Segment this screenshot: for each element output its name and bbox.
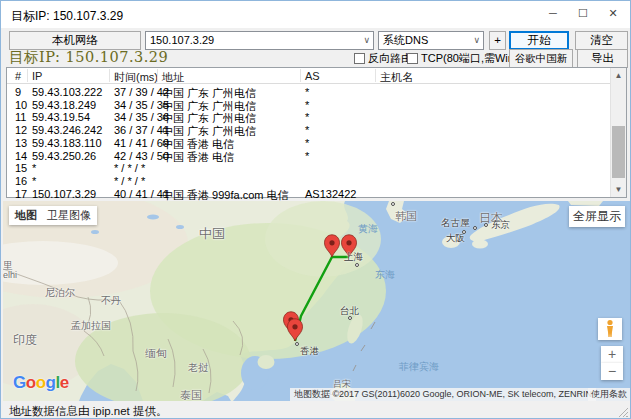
close-button[interactable]: ✕ [598,1,628,26]
cell-ip: 59.43.18.249 [32,99,96,111]
scroll-down-icon[interactable]: ▼ [611,182,626,197]
scroll-up-icon[interactable]: ▲ [611,68,626,83]
reverse-route-checkbox[interactable]: 反向路由 [354,52,412,65]
col-time[interactable]: 时间(ms) [114,70,158,85]
cell-ip: * [32,162,36,174]
cell-ip: 59.43.103.222 [32,86,102,98]
cell-hop: 13 [15,137,27,149]
cell-time: 37 / 39 / 42 [114,86,169,98]
target-ip-label: 目标IP: 150.107.3.29 [9,48,168,67]
google-logo-letter: G [13,373,26,392]
google-logo-letter: o [26,373,36,392]
reverse-route-label: 反向路由 [368,52,412,64]
cell-hop: 14 [15,150,27,162]
col-ip[interactable]: IP [32,70,42,82]
map-panel[interactable]: 中国韩国日本里elhi尼泊尔不丹印度孟加拉国缅甸老挝泰国吕宋Luzon黄海东海菲… [3,201,630,401]
table-row[interactable]: 1459.43.250.2642 / 43 / 50中国 香港 电信* [7,150,610,163]
dns-select[interactable]: 系统DNS ∨ [378,31,484,50]
window-title: 目标IP: 150.107.3.29 [11,8,123,25]
google-china-map-button[interactable]: 谷歌中国新地图 [509,49,573,68]
cell-ip: * [32,175,36,187]
status-text: 地址数据信息由 ipip.net 提供。 [9,404,167,419]
cell-time: 36 / 37 / 41 [114,124,169,136]
trace-table: # IP 时间(ms) 地址 AS 主机名 959.43.103.22237 /… [6,67,627,198]
cell-hop: 16 [15,175,27,187]
cell-as: AS132422 [305,188,356,200]
cell-hop: 9 [15,86,21,98]
col-addr[interactable]: 地址 [162,70,184,85]
chevron-down-icon[interactable]: ∨ [473,32,480,49]
cell-as: * [305,111,309,123]
cell-ip: 59.43.246.242 [32,124,102,136]
chevron-down-icon[interactable]: ∨ [363,32,370,49]
cell-as: * [305,99,309,111]
google-logo-letter: g [46,373,56,392]
table-row[interactable]: 16** / * / * [7,175,610,188]
cell-time: * / * / * [114,162,145,174]
cell-time: 42 / 43 / 50 [114,150,169,162]
google-logo[interactable]: Google [13,373,69,393]
cell-as: * [305,137,309,149]
cell-time: 34 / 35 / 35 [114,99,169,111]
map-type-map-button[interactable]: 地图 [15,209,37,221]
cell-hop: 12 [15,124,27,136]
cell-time: 40 / 41 / 41 [114,188,169,200]
table-row[interactable]: 959.43.103.22237 / 39 / 42中国 广东 广州电信* [7,86,610,99]
google-logo-letter: o [36,373,46,392]
table-row[interactable]: 1259.43.246.24236 / 37 / 41中国 广东 广州电信* [7,124,610,137]
cell-ip: 59.43.19.54 [32,111,90,123]
table-row[interactable]: 1059.43.18.24934 / 35 / 35中国 广东 广州电信* [7,99,610,112]
start-button[interactable]: 开始 [509,31,569,50]
checkbox-icon[interactable] [407,53,418,64]
pegman-button[interactable] [598,318,622,340]
cell-time: 41 / 41 / 69 [114,137,169,149]
table-row[interactable]: 1159.43.19.5434 / 35 / 36中国 广东 广州电信* [7,111,610,124]
table-row[interactable]: 1359.43.183.11041 / 41 / 69中国 香港 电信* [7,137,610,150]
col-hop[interactable]: # [15,70,21,82]
cell-as: * [305,150,309,162]
cell-hop: 15 [15,162,27,174]
map-type-control[interactable]: 地图卫星图像 [9,206,97,225]
cell-hop: 11 [15,111,26,123]
table-header[interactable]: # IP 时间(ms) 地址 AS 主机名 [7,68,610,84]
vertical-scrollbar[interactable]: ▲ ▼ [610,68,626,197]
cell-ip: 150.107.3.29 [32,188,96,200]
maximize-button[interactable]: ☐ [568,1,598,26]
cell-as: * [305,124,309,136]
map-canvas[interactable] [3,201,630,401]
clear-button[interactable]: 清空 [575,31,628,50]
scrollbar-thumb[interactable] [612,126,625,178]
col-host[interactable]: 主机名 [380,70,413,85]
map-attribution: 地图数据 ©2017 GS(2011)6020 Google, ORION-ME… [290,388,596,401]
table-row[interactable]: 17150.107.3.2940 / 41 / 41中国 香港 999fa.co… [7,188,610,201]
cell-time: * / * / * [114,175,145,187]
table-row[interactable]: 15** / * / * [7,162,610,175]
dns-select-value: 系统DNS [383,34,428,46]
cell-hop: 10 [15,99,27,111]
app-window: 目标IP: 150.107.3.29 ─ ☐ ✕ 本机网络 150.107.3.… [0,0,631,419]
cell-ip: 59.43.250.26 [32,150,96,162]
add-button[interactable]: + [489,31,506,50]
title-bar: 目标IP: 150.107.3.29 ─ ☐ ✕ [1,1,630,28]
fullscreen-button[interactable]: 全屏显示 [569,206,625,227]
terms-link[interactable]: 使用条款 [588,388,630,401]
cell-hop: 17 [15,188,27,200]
pegman-icon [599,318,621,338]
ip-input[interactable]: 150.107.3.29 ∨ [145,31,374,50]
ip-input-value: 150.107.3.29 [150,34,214,46]
zoom-in-button[interactable]: + [601,346,623,363]
status-bar: 地址数据信息由 ipip.net 提供。 [1,401,630,419]
col-as[interactable]: AS [305,70,320,82]
minimize-button[interactable]: ─ [538,1,568,26]
cell-as: * [305,86,309,98]
export-button[interactable]: 导出 [577,49,628,68]
cell-time: 34 / 35 / 36 [114,111,169,123]
cell-ip: 59.43.183.110 [32,137,102,149]
checkbox-icon[interactable] [354,53,365,64]
resize-grip-icon[interactable] [618,407,628,417]
map-type-satellite-button[interactable]: 卫星图像 [47,209,91,221]
google-logo-letter: e [60,373,69,392]
zoom-out-button[interactable]: − [601,363,623,380]
